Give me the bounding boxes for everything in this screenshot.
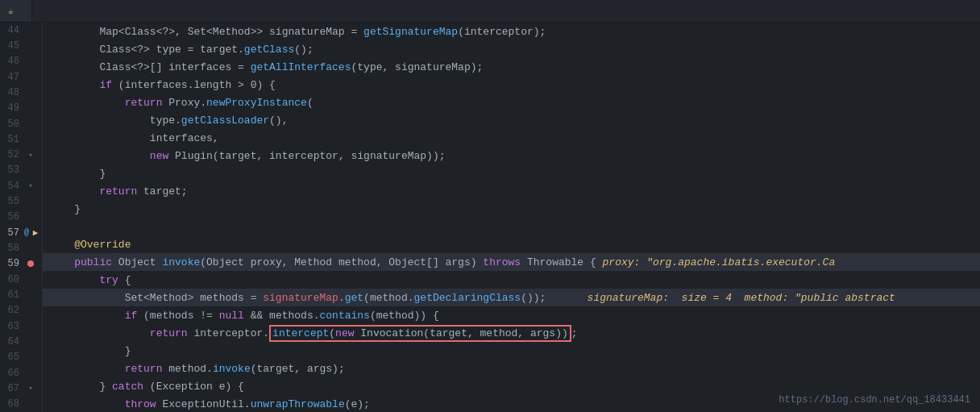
token: (type, signatureMap); (351, 61, 483, 73)
gutter-row: 59 (0, 256, 42, 272)
code-line: return Proxy.newProxyInstance( (43, 94, 980, 111)
gutter-row: 53 (0, 163, 42, 178)
token: new (335, 327, 354, 339)
line-number: 48 (0, 87, 24, 98)
token: getDeclaringClass (414, 292, 521, 304)
code-line: public Object invoke(Object proxy, Metho… (43, 253, 980, 271)
line-number: 49 (0, 102, 24, 114)
line-number: 54 (0, 181, 24, 192)
line-number: 55 (0, 196, 24, 207)
token: (target, args); (251, 363, 345, 375)
token: invoke (213, 363, 251, 375)
gutter-row: 61 (0, 287, 42, 302)
line-number: 67 (0, 383, 24, 394)
gutter-row: 48 (0, 85, 42, 100)
debug-hint: signatureMap: size = 4 method: "public a… (562, 292, 895, 304)
gutter-row: 60 (0, 272, 42, 287)
token: @Override (49, 239, 131, 251)
token: return (49, 363, 162, 375)
fold-icon[interactable]: ▾ (28, 384, 32, 393)
token: new (49, 150, 168, 162)
token: get (345, 292, 363, 304)
gutter-row: 62 (0, 303, 42, 318)
editor-container: ☕ 444546474849505152▾5354▾555657@▶585960… (0, 0, 980, 412)
token: ( (307, 97, 314, 109)
token: && methods. (244, 310, 320, 322)
watermark: https://blog.csdn.net/qq_18433441 (779, 394, 970, 406)
gutter-row: 49 (0, 101, 42, 116)
line-number: 60 (0, 274, 24, 285)
code-line: try { (43, 271, 980, 289)
line-number: 46 (0, 56, 24, 67)
token: } (49, 345, 131, 357)
token: newProxyInstance (206, 97, 307, 109)
code-line: if (interfaces.length > 0) { (43, 76, 980, 94)
token: ()); (521, 292, 546, 304)
line-number: 56 (0, 211, 24, 223)
token: (), (269, 114, 288, 127)
gutter-row: 51 (0, 131, 42, 147)
token: null (219, 310, 244, 322)
gutter-row: 47 (0, 69, 42, 85)
code-line: Class<?> type = target.getClass(); (43, 40, 980, 58)
fold-icon[interactable]: ▾ (28, 151, 32, 160)
token: (method. (363, 292, 413, 304)
line-number: 50 (0, 119, 24, 130)
line-number: 63 (0, 321, 24, 332)
gutter-row: 55 (0, 194, 42, 209)
tab-file-icon: ☕ (8, 6, 14, 16)
code-line: return method.invoke(target, args); (43, 360, 980, 377)
gutter-row: 52▾ (0, 148, 42, 163)
token: interceptor. (193, 327, 269, 339)
line-number: 64 (0, 336, 24, 347)
breakpoint-icon[interactable] (27, 260, 34, 267)
code-area: 444546474849505152▾5354▾555657@▶58596061… (0, 23, 980, 412)
line-number: 65 (0, 352, 24, 363)
code-content[interactable]: Map<Class<?>, Set<Method>> signatureMap … (43, 23, 980, 412)
token: getAllInterfaces (251, 61, 351, 73)
plugin-java-tab[interactable]: ☕ (0, 0, 32, 22)
token: getClass (244, 44, 294, 56)
code-line: } (43, 342, 980, 360)
token: Throwable { (521, 256, 602, 268)
debug-hint: proxy: "org.apache.ibatis.executor.Ca (603, 256, 836, 268)
line-number: 52 (0, 149, 24, 160)
token: Plugin(target, interceptor, signatureMap… (168, 150, 445, 162)
token: target; (137, 185, 187, 198)
gutter-row: 58 (0, 240, 42, 256)
token: catch (112, 381, 143, 393)
token: throw (49, 398, 156, 410)
red-box-highlight: intercept(new Invocation(target, method,… (269, 325, 571, 342)
token: intercept (272, 327, 329, 339)
token: interfaces, (49, 132, 219, 144)
gutter-row: 66 (0, 365, 42, 381)
line-gutter: 444546474849505152▾5354▾555657@▶58596061… (0, 23, 43, 412)
token: } (49, 168, 106, 180)
code-line: return interceptor.intercept(new Invocat… (43, 324, 980, 342)
gutter-row: 67▾ (0, 381, 42, 396)
line-number: 45 (0, 40, 24, 52)
gutter-row: 65 (0, 350, 42, 365)
token: (e); (345, 398, 370, 410)
token: return (49, 97, 162, 109)
code-line: return target; (43, 182, 980, 200)
token: (Exception e) { (143, 381, 244, 393)
gutter-row: 46 (0, 54, 42, 69)
token: Object (112, 256, 162, 268)
line-number: 62 (0, 305, 24, 316)
token: getSignatureMap (363, 26, 458, 38)
code-line: Class<?>[] interfaces = getAllInterfaces… (43, 58, 980, 76)
code-line (43, 218, 980, 235)
code-line: Set<Method> methods = signatureMap.get(m… (43, 289, 980, 306)
token: Proxy. (162, 97, 206, 109)
token: Class<?>[] interfaces = (49, 61, 251, 73)
fold-icon[interactable]: ▾ (28, 181, 32, 190)
token: (interfaces.length > 0) { (112, 79, 276, 91)
token: { (118, 274, 131, 286)
token: ExceptionUtil. (156, 398, 251, 410)
code-line: if (methods != null && methods.contains(… (43, 306, 980, 324)
token: signatureMap (263, 292, 338, 304)
token: Set<Method> methods = (49, 292, 263, 304)
token: (method)) { (370, 310, 439, 322)
token: contains (320, 310, 370, 322)
